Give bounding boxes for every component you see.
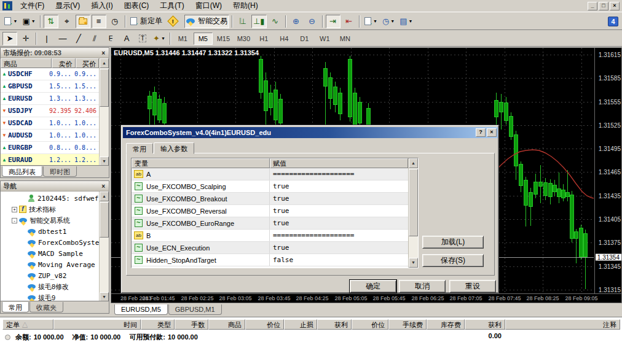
- tab-symbols-list[interactable]: 商品列表: [2, 166, 42, 177]
- text-label-tool-button[interactable]: T: [135, 32, 150, 45]
- scroll-down-icon[interactable]: ▼: [409, 258, 418, 268]
- reset-button[interactable]: 重设: [449, 280, 496, 293]
- candlestick-chart-button[interactable]: ⊥▮: [251, 15, 266, 28]
- terminal-column-7[interactable]: 获利: [317, 319, 352, 330]
- metaeditor-alert-button[interactable]: !: [165, 15, 180, 28]
- timeframe-mn[interactable]: MN: [336, 33, 355, 45]
- market-watch-row[interactable]: ▲GBPUSD1.5...1.5...: [1, 80, 100, 93]
- menu-charts[interactable]: 图表(C): [119, 0, 155, 12]
- parameter-value[interactable]: true: [270, 244, 408, 252]
- navigator-item-expert[interactable]: Moving Average: [1, 259, 100, 270]
- minimize-button[interactable]: _: [588, 2, 597, 10]
- load-button[interactable]: 加载(L): [422, 236, 484, 249]
- profiles-button[interactable]: ▣▼: [20, 15, 37, 28]
- navigator-item-expert[interactable]: dbtest1: [1, 226, 100, 237]
- periods-button[interactable]: ◷▼: [380, 15, 396, 28]
- terminal-column-11[interactable]: 获利: [465, 319, 505, 330]
- terminal-column-4[interactable]: 商品: [208, 319, 245, 330]
- trendline-tool-button[interactable]: ╱: [71, 32, 86, 45]
- scroll-up-icon[interactable]: ▲: [409, 158, 418, 168]
- timeframe-m1[interactable]: M1: [173, 33, 192, 45]
- ok-button[interactable]: 确定: [350, 280, 396, 293]
- close-icon[interactable]: ×: [100, 183, 106, 190]
- price-axis[interactable]: 1.316151.315851.315551.315251.314951.314…: [594, 48, 622, 293]
- vertical-line-tool-button[interactable]: |: [39, 32, 54, 45]
- channel-tool-button[interactable]: ⫽: [87, 32, 102, 45]
- menu-tools[interactable]: 工具(T): [154, 0, 189, 12]
- text-tool-button[interactable]: A: [119, 32, 134, 45]
- chart-tab-eurusd-m5[interactable]: EURUSD,M5: [114, 304, 168, 315]
- line-chart-button[interactable]: ∿: [268, 15, 283, 28]
- column-value[interactable]: 赋值: [270, 158, 408, 168]
- market-watch-row[interactable]: ▼USDJPY92.39592.406: [1, 105, 100, 117]
- navigator-caption[interactable]: 导航×: [1, 181, 109, 192]
- market-watch-row[interactable]: ▲EURAUD1.2...1.2...: [1, 154, 100, 166]
- terminal-column-9[interactable]: 手续费: [388, 319, 427, 330]
- dialog-title-bar[interactable]: ForexComboSystem_v4.0(4in1)EURUSD_edu ? …: [123, 127, 498, 138]
- expand-plus-icon[interactable]: +: [12, 207, 17, 212]
- horizontal-line-tool-button[interactable]: —: [55, 32, 70, 45]
- tab-common[interactable]: 常用: [126, 143, 153, 153]
- timeframe-h1[interactable]: H1: [254, 33, 274, 45]
- navigator-scrollbar[interactable]: ▲ ▼: [99, 192, 109, 302]
- timeframe-w1[interactable]: W1: [315, 33, 334, 45]
- close-icon[interactable]: ×: [100, 50, 106, 56]
- navigator-item-expert[interactable]: ForexComboSystem: [1, 237, 100, 248]
- collapse-minus-icon[interactable]: -: [12, 218, 17, 223]
- expert-advisors-button[interactable]: 智能交易: [184, 15, 229, 28]
- scrollbar-thumb[interactable]: [409, 169, 418, 236]
- column-symbol[interactable]: 商品: [1, 58, 52, 68]
- indicators-button[interactable]: +▼: [363, 15, 379, 28]
- column-ask[interactable]: 买价: [76, 58, 100, 68]
- chart-tab-gbpusd-m1[interactable]: GBPUSD,M1: [168, 304, 222, 315]
- tab-tick-chart[interactable]: 即时图: [43, 166, 77, 177]
- help-button[interactable]: ?: [476, 128, 486, 137]
- menu-insert[interactable]: 插入(I): [85, 0, 118, 12]
- terminal-column-1[interactable]: 时间: [53, 319, 141, 330]
- terminal-toggle-button[interactable]: ≡: [92, 15, 106, 28]
- terminal-column-3[interactable]: 手数: [175, 319, 208, 330]
- bar-chart-button[interactable]: 𝄁⊥: [235, 15, 250, 28]
- terminal-column-10[interactable]: 库存费: [427, 319, 465, 330]
- input-parameter-row[interactable]: Use_FXCOMBO_Breakouttrue: [132, 193, 408, 205]
- new-order-button[interactable]: +新定单: [128, 15, 164, 28]
- market-watch-row[interactable]: ▲USDCHF0.9...0.9...: [1, 68, 100, 80]
- terminal-column-2[interactable]: 类型: [141, 319, 175, 330]
- navigator-item-expert[interactable]: ZUP_v82: [1, 270, 100, 281]
- menu-window[interactable]: 窗口(W): [190, 0, 227, 12]
- time-axis[interactable]: 28 Feb 201328 Feb 01:4528 Feb 02:2528 Fe…: [111, 293, 622, 303]
- timeframe-h4[interactable]: H4: [275, 33, 294, 45]
- cancel-button[interactable]: 取消: [399, 280, 446, 293]
- new-chart-button[interactable]: +▼: [2, 15, 19, 28]
- menu-view[interactable]: 显示(V): [50, 0, 85, 12]
- zoom-out-button[interactable]: ⊖: [305, 15, 320, 28]
- scrollbar-thumb[interactable]: [100, 202, 109, 238]
- parameter-value[interactable]: true: [270, 207, 408, 215]
- parameter-value[interactable]: true: [270, 219, 408, 227]
- market-watch-row[interactable]: ▲EURGBP0.8...0.8...: [1, 142, 100, 154]
- auto-scroll-button[interactable]: ⇥: [326, 15, 341, 28]
- input-parameter-row[interactable]: Hidden_StopAndTargetfalse: [132, 254, 408, 266]
- mailbox-badge[interactable]: 4: [608, 17, 618, 26]
- timeframe-m15[interactable]: M15: [214, 33, 233, 45]
- templates-button[interactable]: ▤▼: [398, 15, 414, 28]
- column-bid[interactable]: 卖价: [52, 58, 76, 68]
- input-parameter-row[interactable]: Use_FXCOMBO_EuroRangetrue: [132, 217, 408, 230]
- tab-inputs[interactable]: 输入参数: [154, 142, 194, 154]
- input-parameter-row[interactable]: abA====================: [132, 168, 408, 180]
- navigator-item-experts-folder[interactable]: -智能交易系统: [1, 215, 100, 226]
- navigator-toggle-button[interactable]: ★: [76, 15, 90, 28]
- dialog-close-button[interactable]: ×: [487, 128, 497, 137]
- terminal-column-12[interactable]: 注释: [505, 319, 620, 330]
- chart-shift-button[interactable]: ⇤: [342, 15, 356, 28]
- restore-button[interactable]: □: [599, 2, 608, 10]
- market-watch-toggle-button[interactable]: ⇅: [44, 15, 58, 28]
- strategy-tester-button[interactable]: ◷: [108, 15, 122, 28]
- tab-favorites[interactable]: 收藏夹: [30, 302, 63, 312]
- terminal-column-0[interactable]: 定单 △: [2, 319, 53, 330]
- navigator-item-account[interactable]: 2102445: sdfwef: [1, 193, 100, 204]
- terminal-column-5[interactable]: 价位: [245, 319, 284, 330]
- market-watch-scrollbar[interactable]: ▲ ▼: [99, 58, 109, 166]
- timeframe-m30[interactable]: M30: [234, 33, 253, 45]
- input-parameter-row[interactable]: Use_ECN_Executiontrue: [132, 242, 408, 254]
